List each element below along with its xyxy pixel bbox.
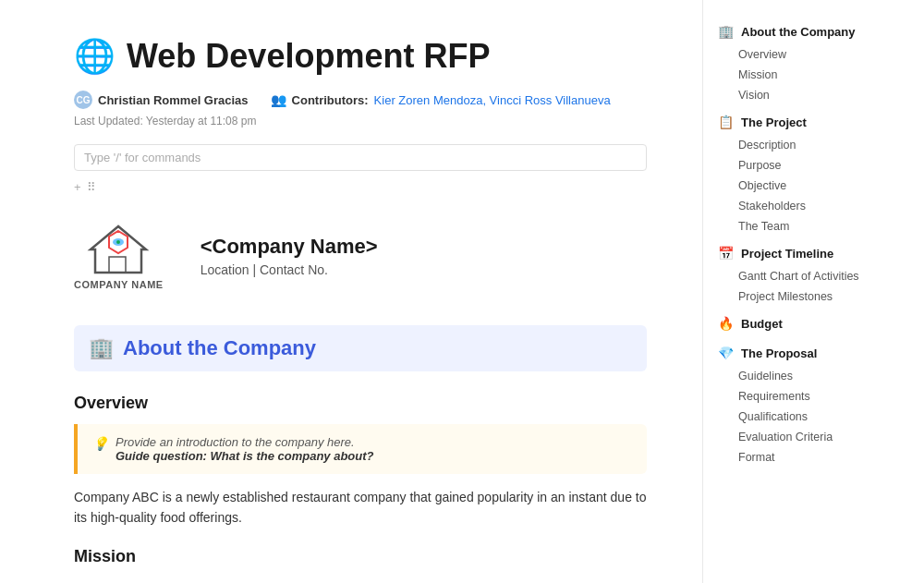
toc-item-objective[interactable]: Objective	[703, 176, 924, 196]
author-name: Christian Rommel Gracias	[98, 93, 249, 107]
toc-label-about-company: About the Company	[741, 25, 856, 39]
drag-handle[interactable]: ⠿	[87, 180, 96, 194]
toc-label-the-project: The Project	[741, 115, 807, 129]
page-title-row: 🌐 Web Development RFP	[74, 37, 647, 76]
avatar: CG	[74, 91, 92, 109]
contributors-names: Kier Zoren Mendoza, Vincci Ross Villanue…	[374, 93, 611, 107]
app-container: 🌐 Web Development RFP CG Christian Romme…	[0, 0, 924, 583]
toc-section-budget: 🔥Budget	[703, 310, 924, 336]
toc-icon-budget: 🔥	[718, 316, 734, 331]
callout-icon: 💡	[92, 436, 108, 451]
toc-item-format[interactable]: Format	[703, 447, 924, 468]
section-banner-title: About the Company	[123, 336, 316, 360]
company-placeholder-detail: Location | Contact No.	[201, 262, 378, 277]
meta-row: CG Christian Rommel Gracias 👥 Contributo…	[74, 91, 647, 109]
logo-svg	[81, 222, 155, 277]
add-button[interactable]: +	[74, 180, 81, 194]
company-card: COMPANY NAME <Company Name> Location | C…	[74, 213, 647, 299]
company-placeholder-name: <Company Name>	[201, 235, 378, 259]
toc-item-description[interactable]: Description	[703, 135, 924, 155]
toc-item-requirements[interactable]: Requirements	[703, 386, 924, 407]
main-content: 🌐 Web Development RFP CG Christian Romme…	[0, 0, 702, 583]
toc-item-gantt-chart-of-activities[interactable]: Gantt Chart of Activities	[703, 266, 924, 286]
callout-text1: Provide an introduction to the company h…	[116, 435, 374, 449]
toc-label-budget: Budget	[741, 317, 783, 331]
svg-marker-0	[91, 226, 146, 273]
toc-section-the-project: 📋The ProjectDescriptionPurposeObjectiveS…	[703, 109, 924, 237]
toc-item-mission[interactable]: Mission	[703, 65, 924, 85]
company-info: <Company Name> Location | Contact No.	[201, 235, 378, 277]
toc-section-project-timeline: 📅Project TimelineGantt Chart of Activiti…	[703, 240, 924, 307]
meta-contributors: 👥 Contributors: Kier Zoren Mendoza, Vinc…	[271, 92, 611, 107]
page-icon: 🌐	[74, 37, 116, 76]
overview-heading: Overview	[74, 394, 647, 413]
company-logo: COMPANY NAME	[74, 222, 164, 290]
toc-header-budget[interactable]: 🔥Budget	[703, 310, 924, 336]
page-title: Web Development RFP	[127, 37, 490, 76]
toc-item-qualifications[interactable]: Qualifications	[703, 407, 924, 427]
overview-body: Company ABC is a newly established resta…	[74, 487, 647, 528]
toc-icon-project-timeline: 📅	[718, 246, 734, 261]
meta-author: CG Christian Rommel Gracias	[74, 91, 249, 109]
svg-rect-1	[109, 257, 126, 273]
section-banner-icon: 🏢	[89, 336, 114, 360]
toc-item-project-milestones[interactable]: Project Milestones	[703, 286, 924, 307]
contributors-label: Contributors:	[292, 93, 369, 107]
svg-point-4	[116, 240, 120, 244]
toc-item-the-team[interactable]: The Team	[703, 216, 924, 237]
mission-heading: Mission	[74, 547, 647, 566]
toc-header-the-proposal[interactable]: 💎The Proposal	[703, 340, 924, 366]
toc-item-purpose[interactable]: Purpose	[703, 155, 924, 176]
command-input[interactable]: Type '/' for commands	[74, 144, 647, 171]
toc-header-about-company[interactable]: 🏢About the Company	[703, 18, 924, 44]
toc-sidebar: 🏢About the CompanyOverviewMissionVision📋…	[702, 0, 924, 583]
toc-item-evaluation-criteria[interactable]: Evaluation Criteria	[703, 427, 924, 447]
toc-icon-about-company: 🏢	[718, 24, 734, 39]
toc-item-vision[interactable]: Vision	[703, 85, 924, 105]
toc-section-about-company: 🏢About the CompanyOverviewMissionVision	[703, 18, 924, 105]
company-logo-text: COMPANY NAME	[74, 279, 164, 290]
last-updated: Last Updated: Yesterday at 11:08 pm	[74, 115, 647, 128]
toc-header-project-timeline[interactable]: 📅Project Timeline	[703, 240, 924, 266]
contributors-icon: 👥	[271, 92, 286, 107]
toc-item-stakeholders[interactable]: Stakeholders	[703, 196, 924, 216]
toc-icon-the-project: 📋	[718, 115, 734, 129]
toc-item-guidelines[interactable]: Guidelines	[703, 366, 924, 386]
toc-section-the-proposal: 💎The ProposalGuidelinesRequirementsQuali…	[703, 340, 924, 468]
toc-label-project-timeline: Project Timeline	[741, 247, 833, 261]
toc-label-the-proposal: The Proposal	[741, 346, 817, 360]
callout-line1: 💡 Provide an introduction to the company…	[92, 435, 632, 463]
toc-item-overview[interactable]: Overview	[703, 44, 924, 65]
toc-header-the-project[interactable]: 📋The Project	[703, 109, 924, 135]
callout-text2: Guide question: What is the company abou…	[116, 449, 374, 463]
add-row: + ⠿	[74, 180, 647, 194]
section-banner-about: 🏢 About the Company	[74, 325, 647, 371]
toc-icon-the-proposal: 💎	[718, 346, 734, 360]
callout-box: 💡 Provide an introduction to the company…	[74, 424, 647, 474]
